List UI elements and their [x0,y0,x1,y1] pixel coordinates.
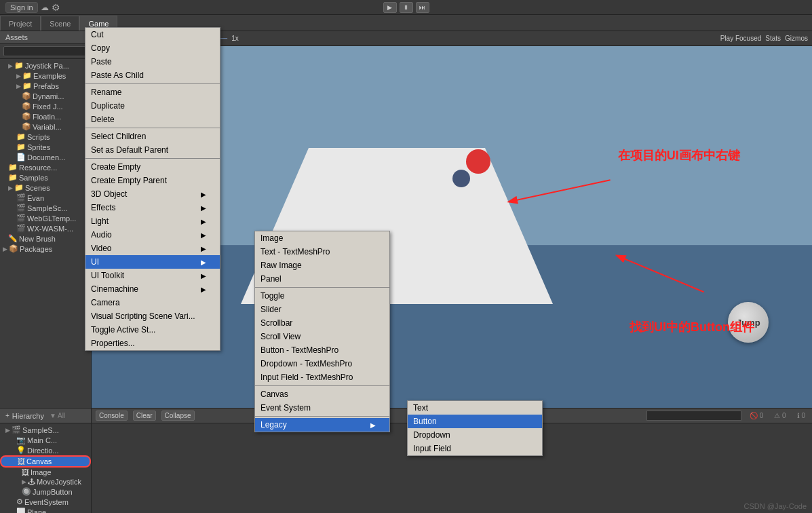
ctx-light[interactable]: Light ▶ [85,214,220,228]
list-item[interactable]: 📁Samples [0,172,91,183]
ctx-ui-panel[interactable]: Panel [255,272,389,286]
console-search-input[interactable] [646,411,741,421]
collapse-button[interactable]: Collapse [161,411,195,421]
ctx-rename[interactable]: Rename [85,86,220,99]
pause-button[interactable]: ⏸ [400,2,413,13]
sign-in-btn[interactable]: Sign in [5,2,38,13]
ctx-ui-text-tmp[interactable]: Text - TextMeshPro [255,245,389,259]
ctx-ui-slider[interactable]: Slider [255,303,389,316]
list-item[interactable]: 📦Floatin... [0,111,91,121]
ctx-audio[interactable]: Audio ▶ [85,228,220,242]
ctx-ui-event-system[interactable]: Event System [255,401,389,415]
ctx-legacy-button[interactable]: Button [408,415,542,428]
play-button[interactable]: ▶ [383,2,397,13]
hierarchy-item-movejoystick[interactable]: ▶🕹MoveJoystick [0,477,91,487]
tab-scene[interactable]: Scene [41,16,79,31]
hierarchy-item-plane[interactable]: ⬜Plane [0,507,91,513]
ctx-create-empty[interactable]: Create Empty [85,160,220,174]
clear-button[interactable]: Clear [133,411,156,421]
ctx-ui-toolkit[interactable]: UI Toolkit ▶ [85,269,220,282]
play-focused-btn[interactable]: Play Focused [720,35,762,42]
ctx-delete[interactable]: Delete [85,113,220,126]
bottom-bar: + Hierarchy ▼ All ▶🎬SampleS... 📷Main C..… [0,408,812,513]
ctx-ui-scrollbar[interactable]: Scrollbar [255,316,389,330]
list-item[interactable]: 📁Scripts [0,132,91,142]
gizmos-btn[interactable]: Gizmos [785,35,808,42]
list-item[interactable]: 🎬WebGLTemp... [0,213,91,223]
hierarchy-item-canvas[interactable]: 🖼Canvas [0,455,91,468]
collab-icon[interactable]: ⚙ [52,2,60,13]
ctx-properties[interactable]: Properties... [85,337,220,350]
hierarchy-item-directional[interactable]: 💡Directio... [0,445,91,455]
step-button[interactable]: ⏭ [416,2,429,13]
assets-tree: ▶📁Joystick Pa... ▶📁Examples ▶📁Prefabs 📦D… [0,59,91,255]
ctx-ui-raw-image[interactable]: Raw Image [255,259,389,272]
ctx-ui-inputfield-tmp[interactable]: Input Field - TextMeshPro [255,370,389,384]
ctx-camera[interactable]: Camera [85,296,220,309]
stats-btn[interactable]: Stats [765,35,781,42]
ctx-ui-canvas[interactable]: Canvas [255,387,389,401]
context-menu-legacy: Text Button Dropdown Input Field [407,400,543,456]
list-item[interactable]: 📦Dynami... [0,91,91,101]
ctx-copy[interactable]: Copy [85,41,220,55]
ctx-select-children[interactable]: Select Children [85,130,220,143]
list-item[interactable]: 📄Documen... [0,152,91,162]
list-item[interactable]: 🎬WX-WASM-... [0,223,91,233]
separator [255,416,389,417]
list-item[interactable]: 📦Variabl... [0,121,91,132]
list-item[interactable]: 📦Fixed J... [0,101,91,111]
ctx-legacy-text[interactable]: Text [408,401,542,415]
assets-search-box [0,44,91,59]
list-item[interactable]: 📁Sprites [0,142,91,152]
hierarchy-all[interactable]: ▼ All [50,412,65,419]
list-item[interactable]: 🎬SampleSc... [0,203,91,213]
list-item[interactable]: ▶📁Prefabs [0,81,91,91]
list-item[interactable]: ▶📦Packages [0,244,91,254]
ctx-create-empty-parent[interactable]: Create Empty Parent [85,174,220,187]
context-menu-ui: Image Text - TextMeshPro Raw Image Panel… [254,231,390,432]
ctx-ui-button-tmp[interactable]: Button - TextMeshPro [255,343,389,357]
list-item[interactable]: ▶📁Scenes [0,183,91,193]
hierarchy-item-eventsystem[interactable]: ⚙EventSystem [0,497,91,507]
playback-controls: ▶ ⏸ ⏭ [383,2,429,13]
ctx-visual-scripting[interactable]: Visual Scripting Scene Vari... [85,309,220,323]
ctx-ui-legacy[interactable]: Legacy ▶ [255,418,389,432]
app-container: Sign in ☁ ⚙ ▶ ⏸ ⏭ Project Scene Game Ass… [0,0,812,513]
cloud-icon[interactable]: ☁ [41,3,49,12]
hierarchy-item-samplescene[interactable]: ▶🎬SampleS... [0,425,91,435]
hierarchy-panel: + Hierarchy ▼ All ▶🎬SampleS... 📷Main C..… [0,408,92,513]
ctx-set-default-parent[interactable]: Set as Default Parent [85,143,220,157]
ctx-paste-as-child[interactable]: Paste As Child [85,69,220,82]
svg-point-3 [452,170,470,187]
assets-search-input[interactable] [3,46,88,56]
ctx-ui-toggle[interactable]: Toggle [255,289,389,303]
hierarchy-item-maincam[interactable]: 📷Main C... [0,435,91,445]
ctx-video[interactable]: Video ▶ [85,242,220,255]
ctx-legacy-dropdown[interactable]: Dropdown [408,428,542,442]
console-label: Console [96,411,128,421]
ctx-toggle-active[interactable]: Toggle Active St... [85,323,220,337]
list-item[interactable]: ▶📁Examples [0,71,91,81]
ctx-ui-dropdown-tmp[interactable]: Dropdown - TextMeshPro [255,357,389,370]
ctx-cinemachine[interactable]: Cinemachine ▶ [85,282,220,296]
watermark: CSDN @Jay-Code [744,502,807,510]
ctx-ui-scroll-view[interactable]: Scroll View [255,330,389,343]
ctx-cut[interactable]: Cut [85,28,220,41]
list-item[interactable]: ✏️New Brush [0,233,91,244]
ctx-ui[interactable]: UI ▶ [85,255,220,269]
hierarchy-add-btn[interactable]: + [5,412,9,419]
list-item[interactable]: ▶📁Joystick Pa... [0,60,91,71]
ctx-3d-object[interactable]: 3D Object ▶ [85,187,220,201]
list-item[interactable]: 📁Resource... [0,162,91,172]
hierarchy-item-jumpbutton[interactable]: 🔘JumpButton [0,487,91,497]
ctx-effects[interactable]: Effects ▶ [85,201,220,214]
hierarchy-item-image[interactable]: 🖼Image [0,468,91,477]
ctx-legacy-input-field[interactable]: Input Field [408,442,542,455]
separator [85,158,220,159]
ctx-duplicate[interactable]: Duplicate [85,99,220,113]
ctx-ui-image[interactable]: Image [255,231,389,245]
annotation-2: 找到UI中的Button组件 [630,319,754,335]
tab-project[interactable]: Project [0,16,41,31]
ctx-paste[interactable]: Paste [85,55,220,69]
list-item[interactable]: 🎬Evan [0,193,91,203]
